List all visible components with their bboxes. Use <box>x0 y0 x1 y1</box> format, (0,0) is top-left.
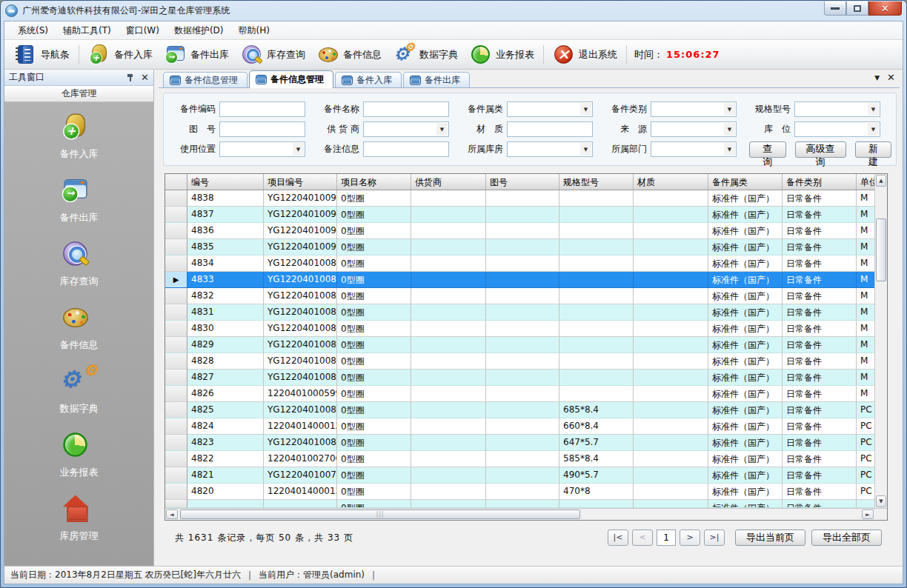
column-header-5[interactable]: 图号 <box>486 174 559 190</box>
table-row[interactable]: 482212204010027000型圈585*8.4标准件（国产）日常备件PC <box>165 451 874 467</box>
column-header-10[interactable]: 单位 <box>857 174 874 190</box>
next-page-button[interactable]: > <box>680 529 700 546</box>
form-field-input[interactable]: ▼ <box>651 101 737 117</box>
new-button[interactable]: 新建 <box>855 141 892 158</box>
minimize-button[interactable] <box>824 1 846 16</box>
form-field-input[interactable] <box>507 121 593 137</box>
form-field-input[interactable]: ▼ <box>794 101 880 117</box>
vertical-scrollbar-thumb[interactable] <box>876 218 886 281</box>
sidebar-close-icon[interactable]: ✕ <box>141 73 149 82</box>
scroll-down-icon[interactable]: ▼ <box>876 495 886 507</box>
table-row[interactable]: 4831YG122040100860型圈标准件（国产）日常备件M <box>165 304 874 321</box>
chevron-down-icon[interactable]: ▼ <box>436 123 448 136</box>
form-field-input[interactable]: ▼ <box>363 121 449 137</box>
tab[interactable]: 备件信息管理 <box>163 72 247 87</box>
column-header-8[interactable]: 备件属类 <box>708 174 783 190</box>
table-row[interactable]: 4827YG122040100820型圈标准件（国产）日常备件M <box>165 370 874 386</box>
prev-page-button[interactable]: < <box>632 529 653 546</box>
tab-list-dropdown-icon[interactable]: ▼ <box>874 74 880 81</box>
query-button[interactable]: 查询 <box>749 141 786 158</box>
vertical-scrollbar[interactable]: ▲ ▼ <box>874 174 887 508</box>
tab-close-icon[interactable]: ✕ <box>887 73 895 82</box>
table-row[interactable]: 4837YG122040100920型圈标准件（国产）日常备件M <box>165 207 874 223</box>
export-current-page-button[interactable]: 导出当前页 <box>735 529 805 546</box>
chevron-down-icon[interactable]: ▼ <box>868 103 879 116</box>
sidebar-item-business-report[interactable]: 业务报表 <box>4 434 153 479</box>
form-field-input[interactable]: ▼ <box>219 141 305 157</box>
column-header-6[interactable]: 规格型号 <box>559 174 634 190</box>
sidebar-item-parts-info[interactable]: 备件信息 <box>4 307 153 352</box>
menu-item[interactable]: 系统(S) <box>10 22 56 39</box>
page-number-input[interactable] <box>657 529 676 546</box>
toolbar-button[interactable]: 备件信息 <box>311 41 388 68</box>
horizontal-scrollbar-thumb[interactable] <box>180 510 580 519</box>
sidebar-item-parts-inbound[interactable]: 备件入库 <box>4 116 153 161</box>
menu-item[interactable]: 窗口(W) <box>119 22 167 39</box>
table-row[interactable]: 482012204014000130型圈470*8标准件（国产）日常备件PC <box>165 484 874 500</box>
toolbar-button[interactable]: 库存查询 <box>235 41 311 68</box>
chevron-down-icon[interactable]: ▼ <box>580 103 591 116</box>
sidebar-item-stock-query[interactable]: 库存查询 <box>4 243 153 288</box>
table-row[interactable]: 4825YG122040100810型圈685*8.4标准件（国产）日常备件PC <box>165 402 874 418</box>
table-row[interactable]: 4821YG122040100790型圈490*5.7标准件（国产）日常备件PC <box>165 467 874 484</box>
form-field-input[interactable]: ▼ <box>794 121 880 137</box>
form-field-input[interactable]: ▼ <box>651 121 737 137</box>
toolbar-button[interactable]: 业务报表 <box>464 41 540 68</box>
column-header[interactable] <box>165 174 187 190</box>
column-header-7[interactable]: 材质 <box>634 174 708 190</box>
table-row[interactable]: 4836YG122040100910型圈标准件（国产）日常备件M <box>165 223 874 239</box>
form-field-input[interactable] <box>219 121 305 137</box>
close-button[interactable]: ✕ <box>868 1 902 16</box>
toolbar-button[interactable]: 退出系统 <box>547 41 623 68</box>
chevron-down-icon[interactable]: ▼ <box>724 103 735 116</box>
table-row[interactable]: 0型圈标准件（国产）日常备件 <box>165 500 874 508</box>
scroll-left-icon[interactable]: ◄ <box>166 510 178 519</box>
table-row[interactable]: 4838YG122040100930型圈标准件（国产）日常备件M <box>165 190 874 207</box>
first-page-button[interactable]: |< <box>608 529 628 546</box>
chevron-down-icon[interactable]: ▼ <box>724 143 735 156</box>
last-page-button[interactable]: >| <box>704 529 725 546</box>
horizontal-scrollbar[interactable]: ◄ ► <box>165 508 887 520</box>
form-field-input[interactable]: ▼ <box>507 141 593 157</box>
chevron-down-icon[interactable]: ▼ <box>580 143 591 156</box>
form-field-input[interactable] <box>363 141 449 157</box>
menu-item[interactable]: 辅助工具(T) <box>56 22 119 39</box>
column-header-2[interactable]: 项目编号 <box>264 174 337 190</box>
pin-icon[interactable] <box>126 73 135 82</box>
tab[interactable]: 备件入库 <box>335 72 402 87</box>
table-row[interactable]: 4834YG122040100890型圈标准件（国产）日常备件M <box>165 255 874 272</box>
table-row[interactable]: 4830YG122040100850型圈标准件（国产）日常备件M <box>165 321 874 337</box>
tab[interactable]: 备件信息管理 <box>249 70 333 88</box>
column-header-9[interactable]: 备件类别 <box>783 174 857 190</box>
form-field-input[interactable]: ▼ <box>651 141 737 157</box>
sidebar-item-warehouse[interactable]: 库房管理 <box>4 498 153 543</box>
table-row[interactable]: 482412204014000120型圈660*8.4标准件（国产）日常备件PC <box>165 418 874 435</box>
scroll-up-icon[interactable]: ▲ <box>876 175 886 187</box>
table-row[interactable]: 4823YG122040100800型圈647*5.7标准件（国产）日常备件PC <box>165 435 874 451</box>
chevron-down-icon[interactable]: ▼ <box>293 143 304 156</box>
scroll-right-icon[interactable]: ► <box>862 510 874 519</box>
form-field-input[interactable]: ▼ <box>507 101 593 117</box>
menu-item[interactable]: 数据维护(D) <box>167 22 231 39</box>
sidebar-item-parts-outbound[interactable]: 备件出库 <box>4 179 153 224</box>
menu-item[interactable]: 帮助(H) <box>231 22 277 39</box>
toolbar-button[interactable]: 导航条 <box>9 41 76 68</box>
chevron-down-icon[interactable]: ▼ <box>868 123 879 136</box>
table-row[interactable]: ▶ 4833YG122040100880型圈标准件（国产）日常备件M <box>165 272 874 288</box>
table-row[interactable]: 482612204010005990型圈标准件（国产）日常备件M <box>165 386 874 402</box>
table-row[interactable]: 4835YG122040100900型圈标准件（国产）日常备件M <box>165 239 874 255</box>
restore-button[interactable] <box>846 1 868 16</box>
table-row[interactable]: 4829YG122040100840型圈标准件（国产）日常备件M <box>165 337 874 353</box>
sidebar-item-data-dictionary[interactable]: 数据字典 <box>4 370 153 415</box>
form-field-input[interactable] <box>363 101 449 117</box>
chevron-down-icon[interactable]: ▼ <box>724 123 735 136</box>
toolbar-button[interactable]: 数据字典 <box>388 41 464 68</box>
export-all-pages-button[interactable]: 导出全部页 <box>811 529 882 546</box>
column-header-3[interactable]: 项目名称 <box>337 174 411 190</box>
toolbar-button[interactable]: 备件出库 <box>159 41 235 68</box>
table-row[interactable]: 4832YG122040100870型圈标准件（国产）日常备件M <box>165 288 874 304</box>
advanced-query-button[interactable]: 高级查询 <box>795 141 846 158</box>
column-header-1[interactable]: 编号 <box>187 174 264 190</box>
form-field-input[interactable] <box>219 101 305 117</box>
column-header-4[interactable]: 供货商 <box>411 174 486 190</box>
